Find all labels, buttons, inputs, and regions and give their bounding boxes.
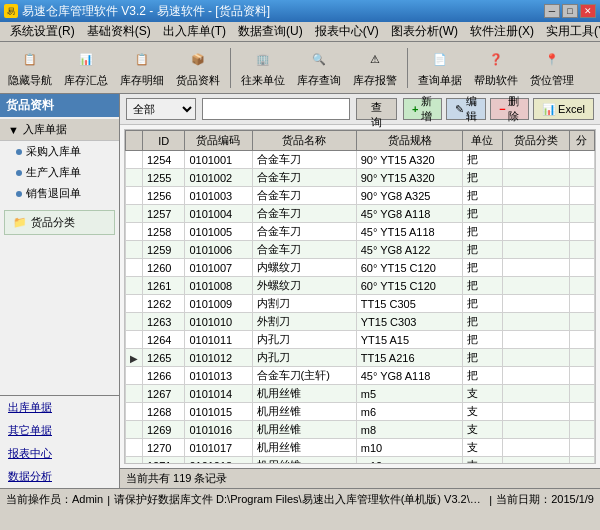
- table-row[interactable]: 1268 0101015 机用丝锥 m6 支: [126, 403, 595, 421]
- search-bar: 全部 货品编码 货品名称 货品规格 查询 + 新增 ✎ 编辑 − 删除: [120, 94, 600, 125]
- nav-produce[interactable]: 生产入库单: [0, 162, 119, 183]
- cell-id: 1265: [143, 349, 185, 367]
- toolbar-icon-btn-invquery: 🔍: [307, 47, 331, 71]
- row-marker: [126, 403, 143, 421]
- th-unit[interactable]: 单位: [463, 131, 502, 151]
- search-button[interactable]: 查询: [356, 98, 397, 120]
- cell-unit: 把: [463, 241, 502, 259]
- th-id[interactable]: ID: [143, 131, 185, 151]
- menu-item-menu-system[interactable]: 系统设置(R): [4, 21, 81, 42]
- nav-dot-icon: [16, 170, 22, 176]
- toolbar-btn-btn-goods[interactable]: 📦货品资料: [172, 45, 224, 91]
- cell-spec: 45° YG8 A118: [356, 205, 463, 223]
- nav-other[interactable]: 其它单据: [0, 419, 119, 442]
- cell-id: 1259: [143, 241, 185, 259]
- cell-name: 内割刀: [252, 295, 356, 313]
- th-extra[interactable]: 分: [569, 131, 594, 151]
- search-input[interactable]: [202, 98, 350, 120]
- cell-extra: [569, 277, 594, 295]
- menu-item-menu-report[interactable]: 报表中心(V): [309, 21, 385, 42]
- cell-category: [502, 187, 569, 205]
- goods-category-tree[interactable]: 📁 货品分类: [4, 210, 115, 235]
- separator2: |: [489, 494, 492, 506]
- th-name[interactable]: 货品名称: [252, 131, 356, 151]
- cell-name: 合金车刀: [252, 187, 356, 205]
- delete-button[interactable]: − 删除: [490, 98, 529, 120]
- toolbar-separator: [230, 48, 231, 88]
- separator: |: [107, 494, 110, 506]
- table-row[interactable]: 1263 0101010 外割刀 YT15 C303 把: [126, 313, 595, 331]
- table-row[interactable]: 1271 0101018 机用丝锥 m12 支: [126, 457, 595, 465]
- cell-code: 0101013: [185, 367, 252, 385]
- cell-name: 合金车刀: [252, 151, 356, 169]
- section-in-title[interactable]: ▼ 入库单据: [0, 119, 119, 141]
- cell-id: 1256: [143, 187, 185, 205]
- table-row[interactable]: 1256 0101003 合金车刀 90° YG8 A325 把: [126, 187, 595, 205]
- table-row[interactable]: 1257 0101004 合金车刀 45° YG8 A118 把: [126, 205, 595, 223]
- table-row[interactable]: 1258 0101005 合金车刀 45° YT15 A118 把: [126, 223, 595, 241]
- edit-button[interactable]: ✎ 编辑: [446, 98, 487, 120]
- excel-button[interactable]: 📊 Excel: [533, 98, 594, 120]
- cell-name: 机用丝锥: [252, 439, 356, 457]
- table-row[interactable]: ▶ 1265 0101012 内孔刀 TT15 A216 把: [126, 349, 595, 367]
- toolbar-btn-btn-detail[interactable]: 📋库存明细: [116, 45, 168, 91]
- close-button[interactable]: ✕: [580, 4, 596, 18]
- minimize-button[interactable]: ─: [544, 4, 560, 18]
- cell-id: 1269: [143, 421, 185, 439]
- nav-report[interactable]: 报表中心: [0, 442, 119, 465]
- table-row[interactable]: 1267 0101014 机用丝锥 m5 支: [126, 385, 595, 403]
- table-row[interactable]: 1262 0101009 内割刀 TT15 C305 把: [126, 295, 595, 313]
- table-row[interactable]: 1264 0101011 内孔刀 YT15 A15 把: [126, 331, 595, 349]
- table-row[interactable]: 1255 0101002 合金车刀 90° YT15 A320 把: [126, 169, 595, 187]
- toolbar-icon-btn-helpsoft: ❓: [484, 47, 508, 71]
- th-code[interactable]: 货品编码: [185, 131, 252, 151]
- menu-item-menu-inout[interactable]: 出入库单(T): [157, 21, 232, 42]
- cell-category: [502, 331, 569, 349]
- right-panel: 全部 货品编码 货品名称 货品规格 查询 + 新增 ✎ 编辑 − 删除: [120, 94, 600, 488]
- toolbar-btn-btn-alert[interactable]: ⚠库存报警: [349, 45, 401, 91]
- cell-extra: [569, 385, 594, 403]
- cell-name: 机用丝锥: [252, 403, 356, 421]
- menu-item-menu-basic[interactable]: 基础资料(S): [81, 21, 157, 42]
- table-row[interactable]: 1260 0101007 内螺纹刀 60° YT15 C120 把: [126, 259, 595, 277]
- menu-item-menu-tool[interactable]: 实用工具(Y): [540, 21, 600, 42]
- search-category-select[interactable]: 全部 货品编码 货品名称 货品规格: [126, 98, 196, 120]
- cell-extra: [569, 457, 594, 465]
- nav-salereturn[interactable]: 销售退回单: [0, 183, 119, 204]
- toolbar-btn-btn-querylist[interactable]: 📄查询单据: [414, 45, 466, 91]
- menu-item-menu-chart[interactable]: 图表分析(W): [385, 21, 464, 42]
- toolbar-btn-btn-summary[interactable]: 📊库存汇总: [60, 45, 112, 91]
- cell-id: 1270: [143, 439, 185, 457]
- toolbar-btn-btn-invquery[interactable]: 🔍库存查询: [293, 45, 345, 91]
- row-marker: [126, 151, 143, 169]
- th-category[interactable]: 货品分类: [502, 131, 569, 151]
- nav-analysis[interactable]: 数据分析: [0, 465, 119, 488]
- menu-item-menu-query[interactable]: 数据查询(U): [232, 21, 309, 42]
- left-panel-title: 货品资料: [0, 94, 119, 117]
- cell-code: 0101009: [185, 295, 252, 313]
- cell-id: 1260: [143, 259, 185, 277]
- th-spec[interactable]: 货品规格: [356, 131, 463, 151]
- nav-purchase[interactable]: 采购入库单: [0, 141, 119, 162]
- toolbar-label-btn-alert: 库存报警: [353, 73, 397, 88]
- table-row[interactable]: 1266 0101013 合金车刀(主轩) 45° YG8 A118 把: [126, 367, 595, 385]
- toolbar-btn-btn-hidenav[interactable]: 📋隐藏导航: [4, 45, 56, 91]
- window-controls[interactable]: ─ □ ✕: [544, 4, 596, 18]
- toolbar-btn-btn-location[interactable]: 📍货位管理: [526, 45, 578, 91]
- maximize-button[interactable]: □: [562, 4, 578, 18]
- cell-extra: [569, 439, 594, 457]
- add-button[interactable]: + 新增: [403, 98, 442, 120]
- cell-code: 0101002: [185, 169, 252, 187]
- toolbar-btn-btn-partner[interactable]: 🏢往来单位: [237, 45, 289, 91]
- nav-out[interactable]: 出库单据: [0, 396, 119, 419]
- toolbar-btn-btn-helpsoft[interactable]: ❓帮助软件: [470, 45, 522, 91]
- table-row[interactable]: 1254 0101001 合金车刀 90° YT15 A320 把: [126, 151, 595, 169]
- cell-category: [502, 223, 569, 241]
- table-row[interactable]: 1261 0101008 外螺纹刀 60° YT15 C120 把: [126, 277, 595, 295]
- table-row[interactable]: 1259 0101006 合金车刀 45° YG8 A122 把: [126, 241, 595, 259]
- table-row[interactable]: 1270 0101017 机用丝锥 m10 支: [126, 439, 595, 457]
- table-row[interactable]: 1269 0101016 机用丝锥 m8 支: [126, 421, 595, 439]
- cell-name: 合金车刀: [252, 205, 356, 223]
- row-marker: [126, 457, 143, 465]
- menu-item-menu-reg[interactable]: 软件注册(X): [464, 21, 540, 42]
